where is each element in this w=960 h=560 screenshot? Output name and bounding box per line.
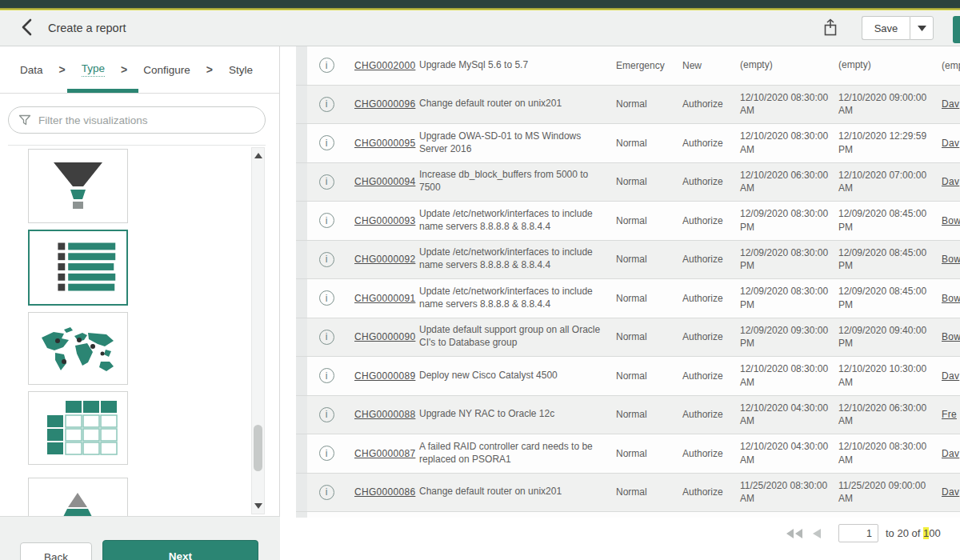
viz-scrollbar[interactable] [251, 147, 265, 514]
scroll-up-icon[interactable] [254, 153, 262, 158]
share-icon[interactable] [820, 17, 841, 39]
short-description: Upgrade MySql 5.6 to 5.7 [416, 59, 608, 72]
app-header: Create a report Save [0, 10, 960, 46]
end-date: 11/25/2020 09:00:00 AM [832, 479, 932, 506]
state-value: Authorize [670, 254, 732, 265]
first-page-button[interactable] [786, 529, 803, 538]
change-number-link[interactable]: CHG0000087 [354, 448, 415, 459]
priority-value: Normal [608, 331, 670, 342]
info-icon[interactable] [319, 97, 334, 112]
info-icon[interactable] [319, 368, 334, 383]
state-value: Authorize [670, 331, 732, 342]
viz-item-list-chart[interactable] [28, 230, 128, 306]
assigned-to-link[interactable]: Dav [942, 486, 959, 498]
assigned-to-link[interactable]: Bow [942, 215, 960, 226]
save-button[interactable]: Save [862, 16, 910, 40]
info-icon[interactable] [319, 407, 334, 422]
end-date: (empty) [832, 58, 932, 72]
assigned-to-link[interactable]: Bow [942, 331, 960, 342]
row-gutter [296, 86, 307, 124]
chevron-down-icon [918, 26, 926, 31]
assigned-to-link[interactable]: Dav [942, 448, 959, 459]
info-icon[interactable] [319, 58, 334, 73]
filter-field [8, 106, 266, 134]
scroll-down-icon[interactable] [254, 503, 262, 509]
change-number-link[interactable]: CHG0000088 [354, 409, 415, 420]
assigned-to-link[interactable]: Bow [942, 254, 960, 265]
change-number-link[interactable]: CHG0000090 [354, 331, 415, 342]
back-button[interactable]: Back [20, 542, 92, 560]
viz-item-world-map-chart[interactable] [28, 312, 128, 385]
start-date: 12/09/2020 08:30:00 PM [732, 285, 832, 311]
priority-value: Normal [608, 98, 670, 110]
previous-page-button[interactable] [813, 529, 821, 538]
viz-item-funnel-chart[interactable] [28, 149, 128, 223]
page-number-input[interactable] [838, 524, 878, 542]
short-description: Update default support group on all Orac… [416, 324, 608, 350]
short-description: A failed RAID controller card needs to b… [416, 441, 608, 466]
change-number-link[interactable]: CHG0000095 [354, 138, 415, 149]
table-row: CHG0000094Increase db_block_buffers from… [296, 163, 960, 202]
short-description: Change default router on unix201 [416, 486, 608, 498]
change-number-link[interactable]: CHG0000092 [354, 254, 415, 265]
end-date: 12/10/2020 06:30:00 AM [832, 402, 932, 428]
info-icon[interactable] [319, 135, 334, 150]
start-date: 11/25/2020 08:30:00 AM [732, 479, 832, 506]
change-number-link[interactable]: CHG0000089 [354, 370, 415, 382]
wizard-step-style[interactable]: Style [229, 64, 253, 76]
filter-funnel-icon [18, 114, 31, 126]
table-row: CHG0000086Change default router on unix2… [296, 474, 960, 513]
state-value: New [670, 60, 732, 71]
info-icon[interactable] [319, 174, 334, 190]
start-date: 12/09/2020 08:30:00 PM [732, 246, 832, 273]
create-report-screen: Create a report Save Data Type [0, 0, 960, 560]
info-icon[interactable] [319, 290, 334, 306]
end-date: 12/10/2020 07:00:00 AM [832, 169, 932, 195]
start-date: 12/10/2020 04:30:00 AM [732, 440, 832, 466]
change-number-link[interactable]: CHG0000091 [354, 293, 415, 304]
save-dropdown-button[interactable] [910, 16, 934, 40]
change-number-link[interactable]: CHG0002000 [354, 60, 415, 71]
viz-item-pyramid-chart[interactable] [28, 478, 128, 516]
table-row: CHG0000087A failed RAID controller card … [296, 434, 960, 474]
state-value: Authorize [670, 98, 732, 110]
arrow-left-icon [813, 529, 821, 538]
info-icon[interactable] [319, 446, 334, 461]
change-number-link[interactable]: CHG0000093 [354, 215, 415, 226]
assigned-to-link[interactable]: Dav [942, 98, 959, 110]
priority-value: Emergency [608, 60, 670, 71]
assigned-to-link[interactable]: Dav [942, 176, 959, 187]
assigned-to-link[interactable]: Dav [942, 138, 959, 149]
world-map-icon [29, 312, 127, 385]
end-date: 12/10/2020 12:29:59 PM [832, 130, 932, 156]
assigned-to-link[interactable]: Bow [942, 293, 960, 304]
left-panel: Data Type Configure Style [0, 46, 280, 560]
change-number-link[interactable]: CHG0000096 [354, 98, 415, 110]
info-icon[interactable] [319, 330, 334, 345]
assigned-to-link[interactable]: Dav [942, 370, 959, 382]
change-number-link[interactable]: CHG0000094 [354, 176, 415, 187]
info-icon[interactable] [319, 252, 334, 267]
page-title: Create a report [48, 22, 126, 34]
wizard-step-data[interactable]: Data [20, 64, 43, 76]
active-step-indicator [67, 89, 138, 93]
clipped-primary-button[interactable] [953, 16, 960, 43]
start-date: (empty) [732, 58, 832, 72]
wizard-step-configure[interactable]: Configure [143, 64, 190, 76]
filter-input[interactable] [38, 114, 255, 126]
wizard-step-type[interactable]: Type [82, 62, 105, 77]
wizard-breadcrumb: Data Type Configure Style [0, 46, 279, 94]
info-icon[interactable] [319, 213, 334, 228]
table-row: CHG0000090Update default support group o… [296, 318, 960, 358]
change-number-link[interactable]: CHG0000086 [354, 486, 415, 498]
viz-item-table-chart[interactable] [28, 391, 128, 465]
back-arrow-icon[interactable] [16, 17, 37, 39]
info-icon[interactable] [319, 485, 334, 500]
start-date: 12/10/2020 08:30:00 AM [732, 130, 832, 156]
total-count: 100 [923, 527, 941, 539]
scrollbar-thumb[interactable] [254, 425, 262, 471]
assigned-to-link[interactable]: Fre [942, 409, 957, 420]
next-button[interactable]: Next [102, 540, 258, 560]
priority-value: Normal [608, 293, 670, 304]
row-gutter [296, 434, 307, 473]
